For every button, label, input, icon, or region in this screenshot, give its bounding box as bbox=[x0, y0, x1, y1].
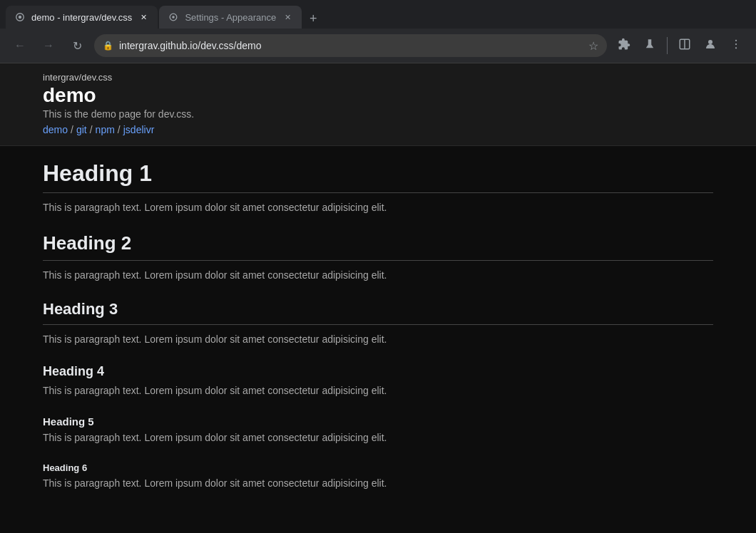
profile-button[interactable] bbox=[699, 34, 722, 57]
para-4: This is paragraph text. Lorem ipsum dolo… bbox=[43, 383, 713, 398]
heading-2: Heading 2 bbox=[43, 232, 713, 261]
section-h2: Heading 2 This is paragraph text. Lorem … bbox=[43, 232, 713, 294]
site-link-git[interactable]: git bbox=[76, 124, 87, 135]
extensions-icon bbox=[618, 38, 630, 53]
tab-label-demo: demo - intergrav/dev.css bbox=[31, 12, 132, 23]
section-h1: Heading 1 This is paragraph text. Lorem … bbox=[43, 160, 713, 227]
lock-icon: 🔒 bbox=[103, 41, 113, 51]
page-content: intergrav/dev.css demo This is the demo … bbox=[0, 63, 756, 533]
tab-demo[interactable]: demo - intergrav/dev.css ✕ bbox=[6, 6, 158, 29]
toolbar-divider bbox=[667, 37, 668, 54]
extensions-button[interactable] bbox=[613, 34, 635, 57]
back-button[interactable]: ← bbox=[9, 34, 31, 57]
section-h6: Heading 6 This is paragraph text. Lorem … bbox=[43, 462, 713, 502]
site-description: This is the demo page for dev.css. bbox=[43, 108, 713, 120]
lab-icon bbox=[643, 38, 656, 53]
toolbar-actions bbox=[613, 34, 747, 57]
split-icon bbox=[678, 38, 691, 53]
split-button[interactable] bbox=[673, 34, 696, 57]
para-3: This is paragraph text. Lorem ipsum dolo… bbox=[43, 332, 713, 347]
browser-chrome: demo - intergrav/dev.css ✕ Settings - Ap… bbox=[0, 0, 756, 63]
menu-button[interactable] bbox=[725, 34, 747, 57]
address-bar[interactable]: 🔒 intergrav.github.io/dev.css/demo ☆ bbox=[94, 34, 607, 57]
heading-4: Heading 4 bbox=[43, 364, 713, 379]
svg-point-5 bbox=[735, 40, 737, 41]
reload-icon: ↻ bbox=[73, 39, 82, 53]
forward-button[interactable]: → bbox=[37, 34, 60, 57]
para-5: This is paragraph text. Lorem ipsum dolo… bbox=[43, 430, 713, 445]
svg-point-4 bbox=[708, 40, 712, 44]
tab-label-settings: Settings - Appearance bbox=[185, 12, 276, 23]
site-link-npm[interactable]: npm bbox=[96, 124, 115, 135]
heading-5: Heading 5 bbox=[43, 415, 713, 428]
heading-6: Heading 6 bbox=[43, 462, 713, 473]
para-2: This is paragraph text. Lorem ipsum dolo… bbox=[43, 268, 713, 283]
site-name: intergrav/dev.css bbox=[43, 72, 713, 83]
page-main: Heading 1 This is paragraph text. Lorem … bbox=[0, 146, 756, 522]
svg-point-7 bbox=[735, 47, 737, 48]
lab-button[interactable] bbox=[638, 34, 661, 57]
tab-close-settings[interactable]: ✕ bbox=[282, 11, 293, 23]
tab-close-demo[interactable]: ✕ bbox=[138, 11, 149, 23]
tab-favicon-demo bbox=[14, 11, 26, 23]
back-icon: ← bbox=[14, 39, 26, 52]
section-h5: Heading 5 This is paragraph text. Lorem … bbox=[43, 415, 713, 457]
menu-icon bbox=[730, 38, 742, 53]
forward-icon: → bbox=[43, 39, 54, 52]
para-1: This is paragraph text. Lorem ipsum dolo… bbox=[43, 200, 713, 215]
section-h4: Heading 4 This is paragraph text. Lorem … bbox=[43, 364, 713, 410]
section-h3: Heading 3 This is paragraph text. Lorem … bbox=[43, 300, 713, 358]
bookmark-star-icon[interactable]: ☆ bbox=[588, 39, 598, 53]
heading-3: Heading 3 bbox=[43, 300, 713, 325]
profile-icon bbox=[704, 38, 717, 53]
tab-bar: demo - intergrav/dev.css ✕ Settings - Ap… bbox=[0, 0, 756, 29]
sep-2: / bbox=[90, 124, 93, 135]
site-header: intergrav/dev.css demo This is the demo … bbox=[0, 63, 756, 146]
tab-favicon-settings bbox=[168, 11, 179, 23]
site-link-jsdelivr[interactable]: jsdelivr bbox=[123, 124, 155, 135]
tab-settings[interactable]: Settings - Appearance ✕ bbox=[159, 6, 302, 29]
site-links: demo / git / npm / jsdelivr bbox=[43, 124, 713, 135]
para-6: This is paragraph text. Lorem ipsum dolo… bbox=[43, 476, 713, 491]
heading-1: Heading 1 bbox=[43, 160, 713, 193]
svg-point-1 bbox=[19, 16, 21, 19]
sep-3: / bbox=[118, 124, 121, 135]
sep-1: / bbox=[71, 124, 73, 135]
site-link-demo[interactable]: demo bbox=[43, 124, 68, 135]
address-text: intergrav.github.io/dev.css/demo bbox=[119, 40, 583, 51]
site-title: demo bbox=[43, 84, 713, 107]
new-tab-button[interactable]: + bbox=[303, 9, 323, 29]
svg-point-6 bbox=[735, 43, 737, 45]
toolbar: ← → ↻ 🔒 intergrav.github.io/dev.css/demo… bbox=[0, 29, 756, 63]
reload-button[interactable]: ↻ bbox=[66, 34, 88, 57]
